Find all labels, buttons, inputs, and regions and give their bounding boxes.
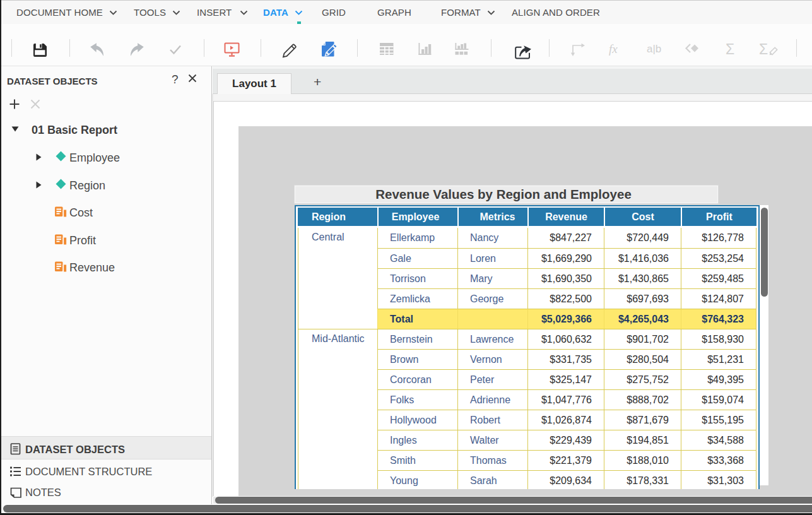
svg-text:Σ: Σ xyxy=(759,41,768,57)
svg-text:fx: fx xyxy=(609,42,618,56)
svg-text:Σ: Σ xyxy=(726,41,734,57)
svg-text:a|b: a|b xyxy=(647,43,661,55)
